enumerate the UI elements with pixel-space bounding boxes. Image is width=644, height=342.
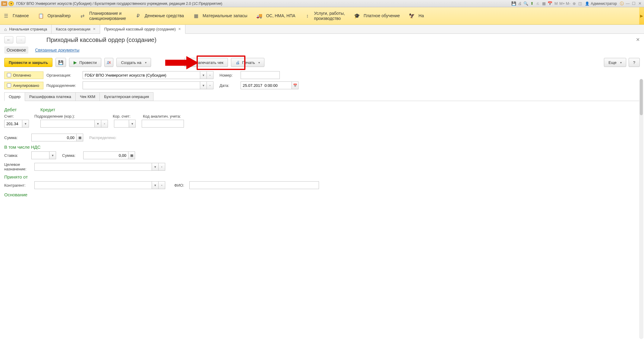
dept-cor-label: Подразделение (кор.):	[34, 114, 110, 119]
org-select-button[interactable]: ▫	[207, 71, 213, 79]
truck-icon: 🚚	[256, 13, 262, 19]
subnav-main[interactable]: Основное	[4, 46, 28, 54]
calendar-icon[interactable]: 📅	[547, 1, 553, 6]
org-input[interactable]	[83, 71, 200, 79]
close-window-icon[interactable]: ✕	[637, 1, 643, 6]
purpose-input[interactable]	[34, 163, 152, 171]
nav-services[interactable]: ↕Услуги, работы, производство	[305, 11, 345, 21]
cor-account-input[interactable]	[114, 120, 129, 128]
m-plus-icon[interactable]: M+	[559, 1, 565, 6]
m-minus-icon[interactable]: M-	[565, 1, 571, 6]
rate-dropdown-button[interactable]: ▾	[49, 151, 56, 159]
titlebar-dropdown[interactable]: ▾	[8, 1, 14, 6]
nav-organizer[interactable]: 📋Органайзер	[38, 13, 71, 19]
rate-input[interactable]	[31, 151, 49, 159]
dk-button[interactable]: ДК	[104, 58, 114, 67]
tab-cash-register[interactable]: Касса организации✕	[52, 25, 100, 33]
panels-icon[interactable]: ◫	[577, 1, 583, 6]
nav-forward-button[interactable]: →	[16, 36, 25, 43]
counterparty-select-button[interactable]: ▫	[159, 181, 165, 189]
tab-check-kkm[interactable]: Чек ККМ	[75, 92, 100, 101]
nav-back-button[interactable]: ←	[4, 36, 13, 43]
user-label[interactable]: 👤Администратор	[585, 2, 617, 6]
paid-checkbox[interactable]: Оплачено	[4, 71, 43, 79]
print-check-button[interactable]: 🖶Напечатать чек	[184, 58, 228, 67]
calc-icon[interactable]: ▦	[541, 1, 547, 6]
fio-input[interactable]	[189, 181, 319, 189]
print-icon[interactable]: 🖨	[517, 1, 523, 6]
dept-dropdown-button[interactable]: ▾	[200, 81, 207, 89]
sum-input[interactable]	[31, 134, 77, 141]
dept-select-button[interactable]: ▫	[207, 81, 213, 89]
more-button[interactable]: Еще	[604, 58, 626, 67]
account-dropdown-button[interactable]: ▾	[22, 120, 29, 128]
vat-sum-input[interactable]	[83, 151, 128, 159]
account-input[interactable]	[4, 120, 22, 128]
tab-accounting-op[interactable]: Бухгалтерская операция	[99, 92, 153, 101]
m-icon[interactable]: M	[553, 1, 559, 6]
create-based-on-button[interactable]: Создать на	[116, 58, 151, 67]
date-input[interactable]	[241, 81, 292, 89]
analytic-input[interactable]	[142, 120, 184, 128]
nav-education[interactable]: 🎓Платное обучение	[354, 13, 400, 19]
scrollbar-thumb[interactable]	[640, 79, 643, 115]
save-icon[interactable]: 💾	[511, 1, 517, 6]
number-input[interactable]	[241, 71, 280, 79]
close-tab-icon[interactable]: ✕	[93, 27, 96, 31]
save-button[interactable]: 💾	[55, 58, 66, 67]
nav-materials[interactable]: ▦Материальные запасы	[193, 13, 247, 19]
purpose-select-button[interactable]: ▫	[159, 163, 165, 171]
cancelled-checkbox-input[interactable]	[7, 83, 11, 87]
tab-order[interactable]: Ордер	[4, 92, 25, 101]
print-button[interactable]: 🖨Печать	[231, 58, 265, 67]
page-subnav: Основное Связанные документы	[4, 46, 640, 54]
tab-payment-detail[interactable]: Расшифровка платежа	[25, 92, 76, 101]
dept-cor-select-button[interactable]: ▫	[101, 120, 108, 128]
open-tabs: ⌂Начальная страница Касса организации✕ П…	[0, 25, 644, 34]
counterparty-input[interactable]	[34, 181, 152, 189]
sum-row: Сумма: ▦ Распределено:	[4, 134, 640, 141]
paid-checkbox-input[interactable]	[7, 73, 11, 77]
upload-icon[interactable]: ⬆	[529, 1, 535, 6]
reason-header: Основание	[4, 192, 640, 197]
info-icon[interactable]: ⓘ	[619, 1, 625, 6]
counterparty-dropdown-button[interactable]: ▾	[152, 181, 159, 189]
compare-icon[interactable]: ⎌	[535, 1, 541, 6]
minimize-icon[interactable]: —	[625, 1, 631, 6]
nav-label: Услуги, работы, производство	[314, 11, 345, 21]
nav-money[interactable]: ₽Денежные средства	[135, 13, 184, 19]
cancelled-checkbox[interactable]: Аннулировано	[4, 82, 43, 89]
vat-calc-button[interactable]: ▦	[128, 151, 135, 159]
dept-cor-dropdown-button[interactable]: ▾	[95, 120, 101, 128]
cor-account-dropdown-button[interactable]: ▾	[129, 120, 136, 128]
nav-more[interactable]: 🦅На	[409, 13, 424, 19]
nav-scroll-right[interactable]: ▶	[639, 7, 644, 24]
sum-calc-button[interactable]: ▦	[77, 134, 83, 141]
tab-cash-order[interactable]: Приходный кассовый ордер (создание)✕	[100, 25, 185, 34]
tab-label: Начальная страница	[9, 27, 47, 31]
date-picker-button[interactable]: 📅	[292, 81, 298, 89]
vertical-scrollbar[interactable]	[639, 79, 643, 339]
post-button[interactable]: ▶Провести	[69, 58, 101, 67]
nav-label: Материальные запасы	[203, 13, 247, 18]
main-nav: ☰Главное 📋Органайзер ⇄Планирование и сан…	[0, 7, 644, 25]
post-and-close-button[interactable]: Провести и закрыть	[4, 58, 52, 67]
nav-planning[interactable]: ⇄Планирование и санкционирование	[80, 11, 126, 21]
nav-assets[interactable]: 🚚ОС, НМА, НПА	[256, 13, 295, 19]
close-tab-icon[interactable]: ✕	[178, 27, 181, 31]
nav-label: ОС, НМА, НПА	[266, 13, 295, 18]
nav-main[interactable]: ☰Главное	[3, 13, 29, 19]
org-dropdown-button[interactable]: ▾	[200, 71, 207, 79]
counterparty-row: Контрагент: ▾ ▫ ФИО:	[4, 181, 640, 189]
subnav-related-docs[interactable]: Связанные документы	[33, 46, 82, 54]
close-page-icon[interactable]: ✕	[636, 37, 640, 43]
dept-cor-input[interactable]	[40, 120, 95, 128]
help-button[interactable]: ?	[629, 58, 640, 67]
zoom-icon[interactable]: ⊕	[571, 1, 577, 6]
form-row-org: Оплачено Организация: ▾ ▫ Номер:	[4, 71, 640, 79]
dept-input[interactable]	[83, 81, 200, 89]
tab-home[interactable]: ⌂Начальная страница	[0, 25, 52, 33]
purpose-dropdown-button[interactable]: ▾	[152, 163, 159, 171]
maximize-icon[interactable]: ☐	[631, 1, 637, 6]
preview-icon[interactable]: 🔍	[523, 1, 529, 6]
